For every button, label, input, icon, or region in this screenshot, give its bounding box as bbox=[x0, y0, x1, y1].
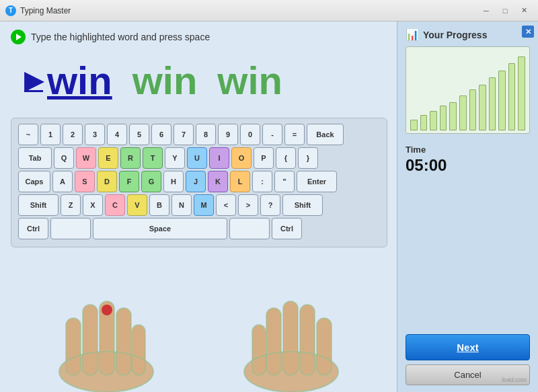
chart-bar-5 bbox=[459, 95, 467, 130]
svg-rect-15 bbox=[300, 305, 315, 375]
key-tilde[interactable]: ~ bbox=[18, 124, 38, 145]
word-display: ▶ win win win bbox=[11, 51, 386, 110]
key-quote[interactable]: " bbox=[274, 171, 295, 192]
title-bar: T Typing Master ─ □ ✕ bbox=[0, 0, 538, 22]
hands-area bbox=[0, 264, 397, 392]
key-rbracket[interactable]: } bbox=[298, 147, 318, 169]
key-v[interactable]: V bbox=[127, 194, 147, 216]
key-alt-right[interactable] bbox=[229, 218, 270, 239]
key-7[interactable]: 7 bbox=[174, 124, 194, 145]
key-backspace[interactable]: Back bbox=[307, 124, 344, 145]
key-tab[interactable]: Tab bbox=[18, 147, 52, 169]
key-b[interactable]: B bbox=[149, 194, 169, 216]
chart-bar-2 bbox=[430, 111, 437, 130]
key-gt[interactable]: > bbox=[238, 194, 258, 216]
key-4[interactable]: 4 bbox=[107, 124, 127, 145]
key-ctrl-right[interactable]: Ctrl bbox=[272, 218, 302, 239]
key-f[interactable]: F bbox=[119, 171, 139, 192]
key-equals[interactable]: = bbox=[284, 124, 305, 145]
time-label: Time bbox=[406, 145, 530, 155]
key-l[interactable]: L bbox=[230, 171, 250, 192]
key-alt-left[interactable] bbox=[50, 218, 91, 239]
key-0[interactable]: 0 bbox=[240, 124, 260, 145]
inactive-word-1: win bbox=[132, 58, 198, 103]
play-icon[interactable] bbox=[11, 30, 26, 44]
key-space[interactable]: Space bbox=[93, 218, 227, 239]
key-c[interactable]: C bbox=[105, 194, 125, 216]
left-panel: Type the highlighted word and press spac… bbox=[0, 22, 397, 392]
key-x[interactable]: X bbox=[83, 194, 103, 216]
key-q[interactable]: Q bbox=[54, 147, 74, 169]
chart-bar-1 bbox=[420, 115, 428, 130]
key-1[interactable]: 1 bbox=[40, 124, 61, 145]
active-word: ▶ win bbox=[24, 58, 112, 103]
chart-icon: 📊 bbox=[406, 28, 419, 41]
key-a[interactable]: A bbox=[52, 171, 73, 192]
time-section: Time 05:00 bbox=[406, 145, 530, 175]
key-p[interactable]: P bbox=[254, 147, 274, 169]
key-enter[interactable]: Enter bbox=[297, 171, 337, 192]
key-e[interactable]: E bbox=[98, 147, 118, 169]
key-shift-left[interactable]: Shift bbox=[18, 194, 59, 216]
key-caps[interactable]: Caps bbox=[18, 171, 50, 192]
key-row-zxcv: Shift Z X C V B N M < > ? Shift bbox=[18, 194, 380, 216]
key-lbracket[interactable]: { bbox=[276, 147, 296, 169]
right-panel: ✕ 📊 Your Progress Time 05:00 Next Cancel… bbox=[397, 22, 538, 392]
chart-bar-8 bbox=[489, 77, 496, 130]
key-2[interactable]: 2 bbox=[63, 124, 83, 145]
chart-bar-6 bbox=[469, 89, 477, 130]
maximize-button[interactable]: □ bbox=[496, 4, 514, 17]
chart-bar-11 bbox=[518, 56, 525, 130]
app-icon: T bbox=[5, 5, 16, 16]
svg-rect-2 bbox=[83, 305, 98, 375]
chart-bars bbox=[410, 52, 525, 130]
chart-bar-3 bbox=[440, 106, 447, 130]
key-shift-right[interactable]: Shift bbox=[282, 194, 323, 216]
key-o[interactable]: O bbox=[231, 147, 252, 169]
key-i[interactable]: I bbox=[209, 147, 229, 169]
key-z[interactable]: Z bbox=[61, 194, 81, 216]
chart-bar-4 bbox=[449, 102, 457, 130]
key-y[interactable]: Y bbox=[165, 147, 185, 169]
key-row-qwerty: Tab Q W E R T Y U I O P { } bbox=[18, 147, 380, 169]
key-d[interactable]: D bbox=[97, 171, 117, 192]
key-k[interactable]: K bbox=[208, 171, 228, 192]
left-hand-svg bbox=[46, 278, 180, 392]
key-row-numbers: ~ 1 2 3 4 5 6 7 8 9 0 - = Back bbox=[18, 124, 380, 145]
key-5[interactable]: 5 bbox=[129, 124, 149, 145]
panel-close-button[interactable]: ✕ bbox=[522, 26, 534, 38]
key-m[interactable]: M bbox=[194, 194, 214, 216]
close-button[interactable]: ✕ bbox=[515, 4, 533, 17]
svg-rect-18 bbox=[252, 325, 266, 375]
key-u[interactable]: U bbox=[187, 147, 207, 169]
time-value: 05:00 bbox=[406, 156, 530, 175]
key-n[interactable]: N bbox=[171, 194, 192, 216]
key-r[interactable]: R bbox=[120, 147, 141, 169]
key-colon[interactable]: : bbox=[252, 171, 272, 192]
key-6[interactable]: 6 bbox=[151, 124, 171, 145]
key-lt[interactable]: < bbox=[216, 194, 236, 216]
inactive-word-2: win bbox=[217, 58, 282, 103]
key-question[interactable]: ? bbox=[260, 194, 280, 216]
key-g[interactable]: G bbox=[141, 171, 161, 192]
key-t[interactable]: T bbox=[143, 147, 163, 169]
key-8[interactable]: 8 bbox=[196, 124, 216, 145]
progress-title: 📊 Your Progress bbox=[406, 28, 530, 41]
key-h[interactable]: H bbox=[163, 171, 184, 192]
next-button[interactable]: Next bbox=[406, 334, 530, 360]
minimize-button[interactable]: ─ bbox=[477, 4, 495, 17]
key-row-asdf: Caps A S D F G H J K L : " Enter bbox=[18, 171, 380, 192]
svg-rect-17 bbox=[266, 308, 281, 375]
key-3[interactable]: 3 bbox=[85, 124, 105, 145]
key-ctrl-left[interactable]: Ctrl bbox=[18, 218, 48, 239]
key-9[interactable]: 9 bbox=[218, 124, 238, 145]
instruction-bar: Type the highlighted word and press spac… bbox=[11, 30, 386, 44]
key-j[interactable]: J bbox=[186, 171, 206, 192]
chart-bar-7 bbox=[479, 85, 486, 130]
watermark-text: lo4d.com bbox=[502, 377, 527, 383]
key-s[interactable]: S bbox=[75, 171, 95, 192]
cancel-button[interactable]: Cancel lo4d.com bbox=[406, 364, 530, 385]
key-w[interactable]: W bbox=[76, 147, 96, 169]
chart-bar-9 bbox=[498, 71, 506, 130]
key-minus[interactable]: - bbox=[262, 124, 282, 145]
